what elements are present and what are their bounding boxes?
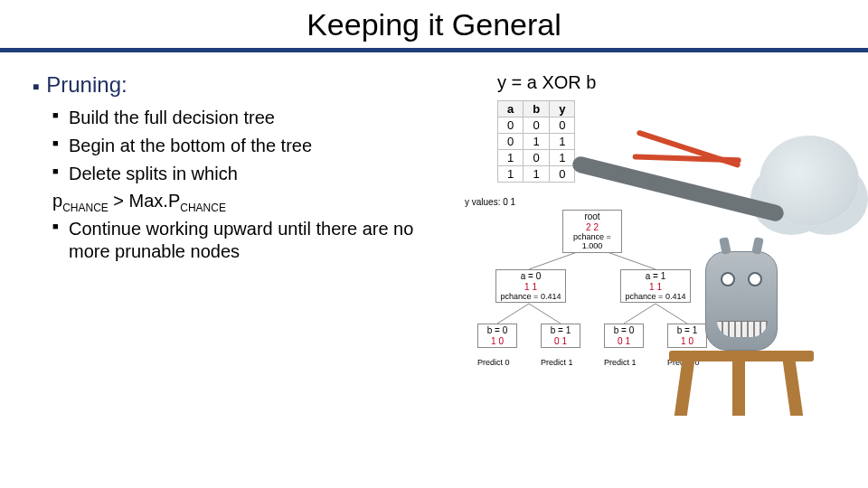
bullet-item: Delete splits in which: [52, 163, 443, 185]
node-pchance: pchance = 1.000: [567, 232, 618, 251]
cell: 0: [524, 150, 550, 166]
heading-text: Pruning:: [46, 72, 127, 97]
predict-4: Predict 0: [667, 358, 700, 367]
mouth-icon: [717, 321, 768, 337]
bullet-item: Continue working upward until there are …: [52, 218, 443, 263]
predict-1: Predict 0: [477, 358, 510, 367]
bush-icon: [760, 136, 859, 226]
svg-line-3: [529, 304, 561, 324]
decision-tree-diagram: y values: 0 1 root 2 2 pchance = 1.000 a…: [461, 197, 723, 209]
cell: 0: [550, 166, 575, 183]
th-b: b: [524, 101, 550, 117]
formula: pCHANCE > Max.PCHANCE: [27, 191, 443, 214]
leaf-2: b = 1 0 1: [541, 324, 580, 348]
bullet-item: Begin at the bottom of the tree: [52, 135, 443, 157]
predict-3: Predict 1: [604, 358, 637, 367]
node-label: b = 1: [672, 325, 703, 336]
node-a0: a = 0 1 1 pchance = 0.414: [495, 269, 566, 303]
slide-content: ■Pruning: Build the full decision tree B…: [0, 52, 868, 486]
cell: 1: [498, 150, 524, 166]
node-pchance: pchance = 0.414: [625, 292, 686, 301]
svg-line-5: [656, 304, 687, 324]
node-count: 0 1: [609, 336, 639, 347]
node-label: b = 0: [609, 325, 639, 336]
node-label: a = 0: [500, 271, 561, 282]
left-column: ■Pruning: Build the full decision tree B…: [27, 72, 443, 477]
th-y: y: [550, 101, 575, 117]
slide-title: Keeping it General: [0, 0, 868, 48]
section-heading: ■Pruning:: [27, 72, 443, 98]
eye-icon: [748, 272, 762, 286]
stool-leg-icon: [783, 361, 803, 416]
cell: 1: [550, 150, 575, 166]
cell: 0: [550, 117, 575, 134]
node-count: 1 0: [672, 336, 703, 347]
bullet-list: Build the full decision tree Begin at th…: [27, 107, 443, 185]
node-count: 1 0: [482, 336, 513, 347]
node-label: a = 1: [625, 271, 686, 282]
node-count: 0 1: [545, 336, 576, 347]
node-pchance: pchance = 0.414: [500, 292, 561, 301]
node-label: root: [567, 211, 618, 222]
cell: 0: [498, 117, 524, 134]
node-count: 2 2: [567, 222, 618, 233]
node-count: 1 1: [625, 282, 686, 293]
node-a1: a = 1 1 1 pchance = 0.414: [620, 269, 691, 303]
bullet-list-2: Continue working upward until there are …: [27, 218, 443, 263]
predict-2: Predict 1: [541, 358, 573, 367]
svg-line-4: [624, 304, 656, 324]
cell: 1: [550, 134, 575, 150]
equation: y = a XOR b: [461, 72, 841, 93]
bullet-item: Build the full decision tree: [52, 107, 443, 129]
cell: 0: [498, 134, 524, 150]
truth-table: a b y 000 011 101 110: [497, 100, 575, 183]
node-root: root 2 2 pchance = 1.000: [562, 210, 622, 253]
shears-icon: [632, 136, 742, 173]
leaf-1: b = 0 1 0: [477, 324, 517, 348]
node-label: b = 0: [482, 325, 513, 336]
node-label: b = 1: [545, 325, 576, 336]
cell: 1: [524, 134, 550, 150]
leaf-4: b = 1 1 0: [667, 324, 707, 348]
node-count: 1 1: [500, 282, 561, 293]
right-column: y = a XOR b a b y 000 011 101 110 y valu…: [461, 72, 841, 477]
svg-line-2: [497, 304, 529, 324]
antenna-icon: [751, 237, 764, 255]
th-a: a: [498, 101, 524, 117]
cell: 1: [524, 166, 550, 183]
leaf-3: b = 0 0 1: [604, 324, 644, 348]
cell: 1: [498, 166, 524, 183]
cell: 0: [524, 117, 550, 134]
stool-leg-icon: [732, 361, 745, 416]
